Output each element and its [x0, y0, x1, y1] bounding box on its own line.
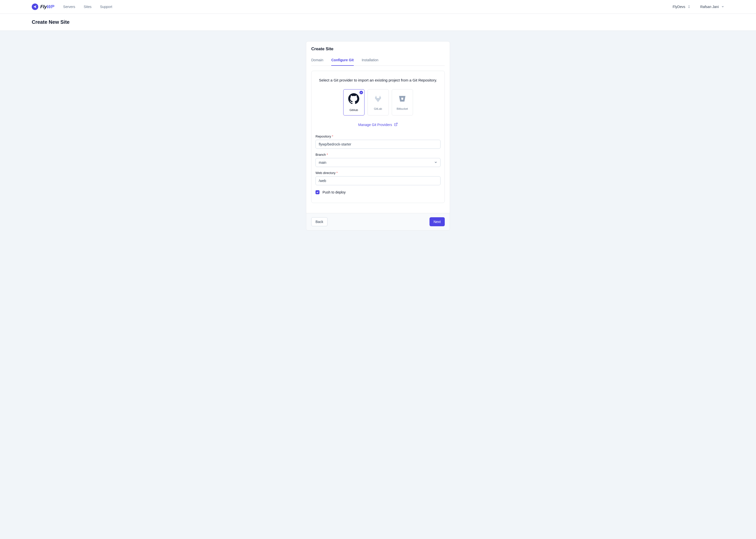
back-button[interactable]: Back — [311, 217, 328, 226]
repository-group: Repository * — [316, 134, 440, 149]
push-to-deploy-label: Push to deploy — [323, 190, 346, 194]
provider-github[interactable]: GitHub — [343, 89, 364, 116]
external-link-icon — [394, 122, 398, 127]
provider-label: Bitbucket — [397, 107, 408, 110]
tab-installation[interactable]: Installation — [362, 58, 379, 66]
workspace-selector[interactable]: FlyDevs — [673, 5, 691, 9]
provider-list: GitHub GitLab Bitbucket — [316, 89, 440, 116]
nav-left: FlyWP Servers Sites Support — [32, 4, 112, 10]
manage-providers-link[interactable]: Manage Git Providers — [316, 122, 440, 127]
check-icon — [359, 91, 363, 94]
branch-label: Branch * — [316, 153, 440, 157]
logo-icon — [32, 4, 38, 10]
sub-header: Create New Site — [0, 14, 756, 31]
user-menu[interactable]: Rafsan Jani — [700, 5, 724, 9]
web-directory-label: Web directory * — [316, 171, 440, 175]
web-directory-input[interactable] — [316, 176, 440, 185]
card-title: Create Site — [311, 46, 445, 51]
branch-select[interactable]: main — [316, 158, 440, 167]
nav-link-sites[interactable]: Sites — [84, 5, 92, 9]
workspace-name: FlyDevs — [673, 5, 686, 9]
logo-text: FlyWP — [40, 4, 54, 10]
nav-right: FlyDevs Rafsan Jani — [673, 5, 724, 9]
user-name: Rafsan Jani — [700, 5, 719, 9]
card-body: Create Site Domain Configure Git Install… — [306, 41, 450, 208]
manage-providers-label: Manage Git Providers — [358, 123, 392, 127]
repository-label: Repository * — [316, 134, 440, 138]
provider-label: GitLab — [374, 107, 382, 110]
tab-domain[interactable]: Domain — [311, 58, 323, 66]
chevron-updown-icon — [688, 5, 690, 9]
logo[interactable]: FlyWP — [32, 4, 54, 10]
git-panel: Select a Git provider to import an exist… — [311, 71, 445, 203]
tab-configure-git[interactable]: Configure Git — [331, 58, 353, 66]
page-title: Create New Site — [32, 19, 724, 25]
github-icon — [348, 93, 359, 105]
provider-label: GitHub — [349, 109, 358, 112]
gitlab-icon — [374, 95, 382, 104]
top-nav: FlyWP Servers Sites Support FlyDevs Rafs… — [0, 0, 756, 14]
nav-link-support[interactable]: Support — [100, 5, 112, 9]
chevron-down-icon — [721, 5, 724, 9]
nav-links: Servers Sites Support — [63, 5, 112, 9]
create-site-card: Create Site Domain Configure Git Install… — [306, 41, 450, 230]
panel-description: Select a Git provider to import an exist… — [316, 78, 440, 82]
next-button[interactable]: Next — [429, 217, 445, 226]
provider-gitlab[interactable]: GitLab — [367, 89, 389, 116]
provider-bitbucket[interactable]: Bitbucket — [392, 89, 413, 116]
card-footer: Back Next — [306, 213, 450, 230]
bitbucket-icon — [398, 95, 407, 104]
main-area: Create Site Domain Configure Git Install… — [0, 31, 756, 539]
branch-group: Branch * main — [316, 153, 440, 167]
tabs: Domain Configure Git Installation — [311, 58, 445, 66]
push-to-deploy-checkbox[interactable] — [316, 190, 320, 194]
nav-link-servers[interactable]: Servers — [63, 5, 75, 9]
push-to-deploy-row: Push to deploy — [316, 189, 440, 197]
repository-input[interactable] — [316, 140, 440, 149]
web-directory-group: Web directory * — [316, 171, 440, 185]
